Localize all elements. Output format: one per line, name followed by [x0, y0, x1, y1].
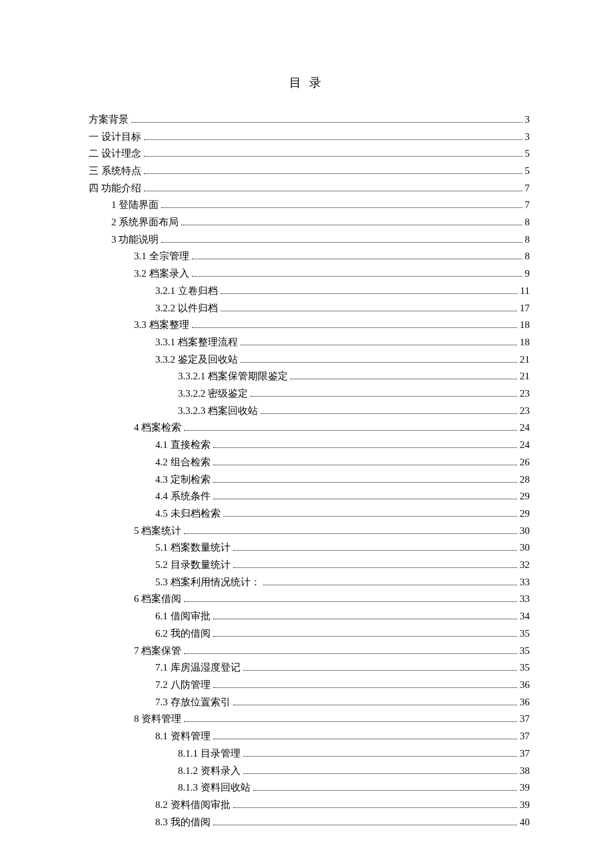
toc-entry[interactable]: 四 功能介绍7 — [89, 180, 530, 197]
toc-entry-label: 3.2.1 立卷归档 — [155, 283, 218, 300]
toc-entry-page: 3 — [525, 129, 530, 146]
toc-entry-label: 7.1 库房温湿度登记 — [155, 659, 241, 677]
toc-entry[interactable]: 二 设计理念5 — [89, 145, 530, 163]
toc-entry[interactable]: 三 系统特点5 — [89, 163, 530, 180]
toc-entry[interactable]: 6.1 借阅审批34 — [89, 608, 530, 625]
toc-entry[interactable]: 3.2.2 以件归档17 — [89, 300, 530, 317]
toc-entry[interactable]: 5 档案统计30 — [89, 523, 530, 540]
toc-entry-label: 4.4 系统条件 — [155, 488, 211, 505]
toc-leader-dots — [184, 721, 517, 722]
toc-entry[interactable]: 3.3.2 鉴定及回收站21 — [89, 351, 530, 369]
toc-entry-page: 17 — [520, 300, 530, 317]
toc-entry-label: 4.2 组合检索 — [155, 454, 211, 471]
toc-entry[interactable]: 3.3 档案整理18 — [89, 317, 530, 334]
toc-entry-label: 6.2 我的借阅 — [155, 625, 211, 643]
toc-entry-label: 1 登陆界面 — [111, 197, 159, 214]
toc-entry-page: 23 — [520, 403, 530, 420]
toc-list: 方案背景3一 设计目标3二 设计理念5三 系统特点5四 功能介绍71 登陆界面7… — [89, 111, 530, 831]
toc-entry[interactable]: 8.1.3 资料回收站39 — [89, 779, 530, 797]
toc-leader-dots — [213, 482, 518, 483]
toc-entry-label: 一 设计目标 — [89, 129, 141, 146]
toc-leader-dots — [192, 259, 522, 259]
toc-entry-label: 7.2 八防管理 — [155, 677, 211, 694]
toc-entry[interactable]: 4.1 直接检索24 — [89, 437, 530, 454]
toc-entry[interactable]: 8 资料管理37 — [89, 711, 530, 728]
toc-entry-label: 4.1 直接检索 — [155, 437, 211, 454]
toc-entry[interactable]: 一 设计目标3 — [89, 129, 530, 146]
toc-entry-label: 3.3.2.1 档案保管期限鉴定 — [178, 368, 288, 385]
toc-entry[interactable]: 5.1 档案数量统计30 — [89, 539, 530, 557]
toc-leader-dots — [223, 516, 518, 517]
toc-entry[interactable]: 8.2 资料借阅审批39 — [89, 797, 530, 814]
toc-entry-page: 11 — [520, 283, 530, 300]
toc-entry-label: 方案背景 — [89, 111, 129, 129]
toc-leader-dots — [221, 293, 518, 294]
toc-leader-dots — [213, 619, 518, 619]
toc-entry[interactable]: 3.3.2.3 档案回收站23 — [89, 403, 530, 420]
toc-entry-page: 37 — [520, 711, 530, 728]
toc-entry-page: 18 — [520, 334, 530, 351]
toc-entry[interactable]: 2 系统界面布局8 — [89, 214, 530, 231]
toc-entry[interactable]: 6.2 我的借阅35 — [89, 625, 530, 643]
toc-entry[interactable]: 8.3 我的借阅40 — [89, 814, 530, 831]
toc-entry-label: 3.2.2 以件归档 — [155, 300, 218, 317]
toc-entry[interactable]: 4.3 定制检索28 — [89, 471, 530, 489]
toc-entry-label: 4 档案检索 — [134, 419, 181, 437]
toc-entry[interactable]: 3.3.2.1 档案保管期限鉴定21 — [89, 368, 530, 385]
toc-entry-label: 四 功能介绍 — [89, 180, 141, 197]
toc-entry[interactable]: 3.1 全宗管理8 — [89, 248, 530, 265]
toc-leader-dots — [253, 790, 517, 791]
toc-entry-label: 3.3.2.2 密级鉴定 — [178, 385, 248, 403]
toc-entry[interactable]: 7.1 库房温湿度登记35 — [89, 659, 530, 677]
toc-entry-label: 3.3.1 档案整理流程 — [155, 334, 238, 351]
toc-title: 目录 — [89, 73, 530, 93]
toc-entry-label: 5.2 目录数量统计 — [155, 557, 231, 574]
toc-entry-label: 三 系统特点 — [89, 163, 141, 180]
toc-entry[interactable]: 3.2.1 立卷归档11 — [89, 283, 530, 300]
toc-entry[interactable]: 7.2 八防管理36 — [89, 677, 530, 694]
toc-entry[interactable]: 6 档案借阅33 — [89, 591, 530, 608]
toc-entry[interactable]: 1 登陆界面7 — [89, 197, 530, 214]
toc-entry-page: 35 — [520, 625, 530, 643]
toc-entry[interactable]: 3.3.1 档案整理流程18 — [89, 334, 530, 351]
toc-entry-label: 3.1 全宗管理 — [134, 248, 189, 265]
toc-entry[interactable]: 8.1 资料管理37 — [89, 728, 530, 745]
toc-entry-page: 8 — [525, 248, 530, 265]
toc-leader-dots — [263, 585, 518, 585]
toc-entry[interactable]: 4.2 组合检索26 — [89, 454, 530, 471]
toc-entry[interactable]: 5.2 目录数量统计32 — [89, 557, 530, 574]
toc-entry-label: 3.3.2.3 档案回收站 — [178, 403, 258, 420]
toc-entry[interactable]: 方案背景3 — [89, 111, 530, 129]
toc-leader-dots — [144, 156, 522, 157]
toc-entry[interactable]: 3 功能说明8 — [89, 231, 530, 249]
toc-leader-dots — [291, 379, 517, 379]
toc-leader-dots — [131, 122, 522, 123]
toc-entry[interactable]: 4 档案检索24 — [89, 419, 530, 437]
toc-entry-page: 33 — [520, 574, 530, 591]
toc-entry[interactable]: 7.3 存放位置索引36 — [89, 694, 530, 711]
toc-leader-dots — [213, 499, 518, 499]
toc-entry-page: 18 — [520, 317, 530, 334]
toc-entry-page: 24 — [520, 419, 530, 437]
toc-entry-label: 5 档案统计 — [134, 523, 181, 540]
toc-leader-dots — [184, 653, 517, 654]
toc-entry-page: 35 — [520, 643, 530, 660]
toc-leader-dots — [233, 807, 518, 808]
toc-entry[interactable]: 3.3.2.2 密级鉴定23 — [89, 385, 530, 403]
toc-entry[interactable]: 4.5 未归档检索29 — [89, 505, 530, 523]
toc-entry[interactable]: 8.1.2 资料录入38 — [89, 763, 530, 780]
toc-entry-page: 37 — [520, 745, 530, 763]
toc-entry-page: 30 — [520, 539, 530, 557]
toc-entry-page: 23 — [520, 385, 530, 403]
toc-entry[interactable]: 4.4 系统条件29 — [89, 488, 530, 505]
toc-entry[interactable]: 8.1.1 目录管理37 — [89, 745, 530, 763]
toc-leader-dots — [241, 345, 517, 345]
toc-entry[interactable]: 5.3 档案利用情况统计：33 — [89, 574, 530, 591]
toc-entry[interactable]: 7 档案保管35 — [89, 643, 530, 660]
toc-leader-dots — [161, 242, 522, 243]
toc-entry-label: 8.1 资料管理 — [155, 728, 211, 745]
toc-entry-page: 40 — [520, 814, 530, 831]
toc-entry-page: 36 — [520, 694, 530, 711]
toc-entry[interactable]: 3.2 档案录入9 — [89, 265, 530, 283]
toc-leader-dots — [213, 447, 518, 448]
